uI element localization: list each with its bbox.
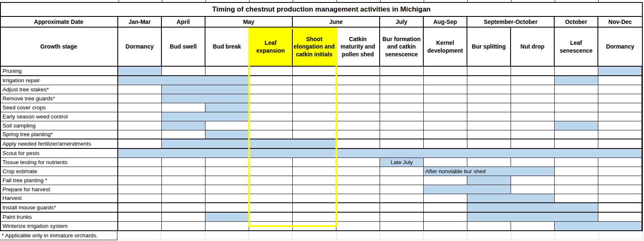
activity-bar [555, 121, 598, 130]
grid-cell [380, 213, 424, 221]
activity-label: Remove tree guards* [1, 94, 118, 103]
footnote-label: * Applicable only in immature orchards. [0, 231, 117, 240]
activity-bar [205, 103, 249, 112]
period-header: May [205, 17, 293, 27]
activity-label: Fall tree planting * [1, 176, 118, 185]
period-header: Jan-Mar [118, 17, 162, 27]
grid-cell [118, 139, 162, 148]
activity-bar [467, 176, 511, 185]
footnote-grid-cell [117, 231, 161, 240]
grid-cell [205, 167, 249, 176]
grid-cell [162, 167, 205, 176]
grid-cell [424, 130, 467, 139]
activity-bar [162, 139, 336, 148]
grid-cell [511, 94, 555, 103]
grid-cell [293, 203, 336, 212]
activity-bar [205, 213, 249, 221]
activity-bar [118, 67, 162, 75]
activity-bar [162, 94, 249, 103]
grid-cell [336, 85, 380, 94]
grid-cell [380, 130, 424, 139]
grid-cell [205, 185, 249, 194]
grid-cell [555, 130, 598, 139]
grid-cell [249, 158, 293, 167]
grid-cell [118, 203, 162, 212]
grid-cell [424, 103, 467, 112]
grid-cell [555, 67, 598, 75]
grid-cell [118, 176, 162, 185]
grid-cell [118, 213, 162, 221]
activity-label: Spring tree planting* [1, 130, 118, 139]
grid-cell [205, 158, 249, 167]
grid-cell [293, 76, 336, 85]
grid-cell [293, 185, 336, 194]
grid-cell [162, 213, 205, 221]
activity-row: Install mouse guards* [1, 203, 642, 213]
footnote-grid-cell [249, 231, 292, 240]
stage-header-row: Growth stageDormancyBud swellBud breakLe… [1, 28, 642, 67]
grid-cell [511, 85, 555, 94]
grid-cell [249, 67, 293, 75]
activity-label: Winterize irrigation system [1, 222, 118, 230]
activity-bar [162, 121, 205, 130]
activity-label: Seed cover crops [1, 103, 118, 112]
grid-cell [598, 76, 642, 85]
grid-cell [118, 167, 162, 176]
grid-cell [249, 103, 293, 112]
activity-row: Seed cover crops [1, 103, 642, 112]
period-header: Nov-Dec [598, 17, 642, 27]
grid-cell [424, 67, 467, 75]
grid-cell [118, 94, 162, 103]
stage-header: Leaf expansion [249, 28, 293, 66]
grid-cell [424, 121, 467, 130]
grid-cell [249, 194, 293, 203]
grid-cell [249, 167, 293, 176]
stage-header: Kernel development [424, 28, 467, 66]
grid-cell [511, 158, 555, 167]
grid-cell [380, 85, 424, 94]
activity-bar [555, 76, 598, 85]
grid-cell [555, 85, 598, 94]
grid-cell [336, 103, 380, 112]
grid-cell [555, 94, 598, 103]
date-axis-label: Approximate Date [1, 17, 118, 27]
stage-header: Leaf senescence [555, 28, 598, 66]
activity-label: Harvest [1, 194, 118, 203]
grid-cell [598, 203, 642, 212]
grid-cell [511, 222, 555, 230]
activity-label: Prepare for harvest [1, 185, 118, 194]
footnote-grid-cell [555, 231, 599, 240]
grid-cell [293, 213, 336, 221]
stage-header: Bud break [205, 28, 249, 66]
grid-cell [424, 76, 467, 85]
grid-cell [424, 85, 467, 94]
grid-cell [598, 213, 642, 221]
timing-table: Timing of chestnut production management… [0, 2, 643, 231]
period-header: April [162, 17, 205, 27]
footnote-grid-cell [599, 231, 643, 240]
grid-cell [511, 185, 555, 194]
grid-cell [249, 121, 293, 130]
grid-cell [555, 112, 598, 121]
grid-cell [293, 176, 336, 185]
grid-cell [467, 76, 511, 85]
grid-cell [118, 85, 162, 94]
grid-cell [511, 76, 555, 85]
grid-cell [162, 158, 205, 167]
grid-cell [380, 139, 424, 148]
activity-bar [555, 222, 642, 230]
grid-cell [380, 76, 424, 85]
footnote-grid-cell [161, 231, 205, 240]
activity-row: Crop estimateAfter nonviable bur shed [1, 167, 642, 176]
grid-cell [336, 67, 380, 75]
grid-cell [118, 112, 162, 121]
grid-cell [467, 121, 511, 130]
grid-cell [118, 222, 162, 230]
activity-label: Pruning [1, 67, 118, 75]
activity-rows: PruningIrrigation repairAdjust tree stak… [1, 67, 642, 230]
activity-bar [205, 130, 249, 139]
footnote-grid-cell [511, 231, 555, 240]
period-header: July [380, 17, 424, 27]
stage-header: Bur splitting [467, 28, 511, 66]
activity-row: Pruning [1, 67, 642, 76]
